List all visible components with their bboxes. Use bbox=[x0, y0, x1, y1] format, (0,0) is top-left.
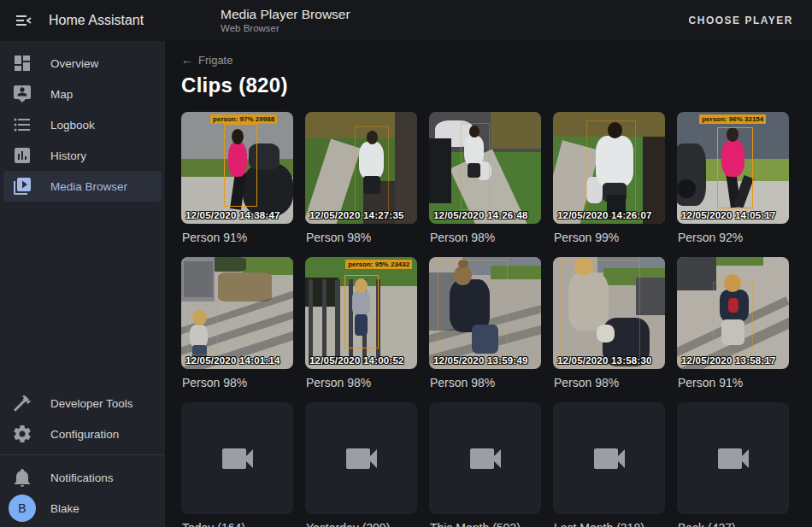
sidebar: OverviewMapLogbookHistoryMedia Browser D… bbox=[0, 41, 165, 527]
detection-label: person: 97% 29988 bbox=[210, 114, 277, 124]
sidebar-toggle-icon[interactable] bbox=[14, 10, 34, 31]
detection-bbox bbox=[344, 275, 380, 348]
clip-timestamp: 12/05/2020 14:26:07 bbox=[557, 210, 652, 220]
sidebar-item-logbook[interactable]: Logbook bbox=[3, 109, 162, 140]
breadcrumb-label: Frigate bbox=[198, 54, 232, 67]
sidebar-item-label: Configuration bbox=[50, 428, 119, 441]
appbar-left: Home Assistant bbox=[0, 10, 165, 31]
detection-bbox bbox=[438, 260, 507, 366]
clip-cell: 12/05/2020 13:58:17Person 91% bbox=[677, 257, 789, 402]
sidebar-item-label: Map bbox=[50, 88, 73, 101]
folder-tile[interactable] bbox=[553, 402, 665, 514]
clip-thumbnail[interactable]: 12/05/2020 14:01:14 bbox=[181, 257, 293, 369]
folder-caption: Today (164) bbox=[182, 521, 293, 527]
clip-timestamp: 12/05/2020 14:26:48 bbox=[433, 210, 528, 220]
folder-cell: Last Month (318) bbox=[553, 402, 665, 527]
detection-bbox bbox=[461, 123, 490, 210]
folder-cell: This Month (502) bbox=[429, 402, 541, 527]
detection-label: person: 95% 23432 bbox=[345, 260, 412, 269]
clip-thumbnail[interactable]: person: 96% 3215412/05/2020 14:05:17 bbox=[677, 112, 789, 224]
scene-shape bbox=[335, 279, 339, 365]
clip-caption: Person 98% bbox=[182, 376, 293, 389]
clip-timestamp: 12/05/2020 14:27:35 bbox=[309, 210, 404, 220]
folder-tile[interactable] bbox=[677, 402, 789, 514]
clip-timestamp: 12/05/2020 14:05:17 bbox=[681, 210, 776, 220]
media-grid: person: 97% 2998812/05/2020 14:38:47Pers… bbox=[181, 112, 812, 527]
user-name: Blake bbox=[50, 502, 79, 515]
clip-cell: 12/05/2020 14:01:14Person 98% bbox=[181, 257, 293, 402]
detection-bbox bbox=[586, 120, 636, 217]
clip-caption: Person 98% bbox=[554, 376, 665, 389]
app-title: Home Assistant bbox=[49, 13, 144, 28]
detection-label: person: 96% 32154 bbox=[699, 114, 766, 124]
scene-shape bbox=[210, 257, 246, 272]
breadcrumb-back[interactable]: ← Frigate bbox=[181, 53, 812, 67]
clip-timestamp: 12/05/2020 14:00:52 bbox=[309, 355, 404, 366]
clip-thumbnail[interactable]: 12/05/2020 14:27:35 bbox=[305, 112, 417, 224]
sidebar-item-media-browser[interactable]: Media Browser bbox=[3, 171, 162, 202]
hammer-icon bbox=[12, 393, 32, 413]
folder-tile[interactable] bbox=[181, 402, 293, 514]
play-box-multiple-icon bbox=[12, 176, 32, 196]
clip-caption: Person 98% bbox=[306, 376, 417, 389]
clip-timestamp: 12/05/2020 14:01:14 bbox=[185, 355, 280, 366]
app-header: Home Assistant Media Player Browser Web … bbox=[0, 0, 812, 41]
folder-caption: This Month (502) bbox=[430, 521, 541, 527]
clip-caption: Person 98% bbox=[306, 231, 417, 244]
folder-cell: Yesterday (209) bbox=[305, 402, 417, 527]
clip-timestamp: 12/05/2020 13:58:30 bbox=[557, 355, 652, 366]
folder-tile[interactable] bbox=[429, 402, 541, 514]
clip-thumbnail[interactable]: 12/05/2020 13:59:49 bbox=[429, 257, 541, 369]
gear-icon bbox=[12, 424, 32, 444]
view-dashboard-icon bbox=[12, 53, 32, 73]
scene-shape bbox=[184, 261, 213, 297]
clip-timestamp: 12/05/2020 14:38:47 bbox=[185, 210, 280, 220]
sidebar-item-overview[interactable]: Overview bbox=[3, 48, 162, 79]
sidebar-item-label: Media Browser bbox=[50, 180, 127, 193]
clip-cell: person: 96% 3215412/05/2020 14:05:17Pers… bbox=[677, 112, 789, 257]
back-arrow-icon: ← bbox=[181, 53, 193, 67]
sidebar-item-user[interactable]: B Blake bbox=[3, 493, 162, 524]
page-title: Clips (820) bbox=[181, 73, 812, 97]
sidebar-spacer bbox=[0, 202, 165, 381]
video-icon bbox=[465, 438, 506, 479]
detection-bbox bbox=[187, 305, 219, 355]
scene-shape bbox=[322, 279, 327, 365]
sidebar-divider bbox=[0, 454, 165, 455]
list-bulleted-icon bbox=[12, 114, 32, 135]
sidebar-item-map[interactable]: Map bbox=[3, 79, 162, 109]
clip-cell: 12/05/2020 13:59:49Person 98% bbox=[429, 257, 541, 402]
detection-bbox bbox=[355, 126, 390, 216]
clip-cell: 12/05/2020 13:58:30Person 98% bbox=[553, 257, 665, 402]
clip-thumbnail[interactable]: 12/05/2020 14:26:07 bbox=[553, 112, 665, 224]
bell-icon bbox=[12, 467, 32, 488]
video-icon bbox=[217, 438, 258, 479]
clip-thumbnail[interactable]: 12/05/2020 14:26:48 bbox=[429, 112, 541, 224]
scene-shape bbox=[677, 257, 716, 290]
clip-cell: person: 97% 2998812/05/2020 14:38:47Pers… bbox=[181, 112, 293, 257]
clip-thumbnail[interactable]: 12/05/2020 13:58:17 bbox=[677, 257, 789, 369]
clip-cell: 12/05/2020 14:26:48Person 98% bbox=[429, 112, 541, 257]
sidebar-item-history[interactable]: History bbox=[3, 140, 162, 171]
sidebar-item-notifications[interactable]: Notifications bbox=[3, 462, 162, 493]
choose-player-button[interactable]: CHOOSE PLAYER bbox=[682, 8, 800, 33]
scene-shape bbox=[218, 272, 272, 302]
clip-caption: Person 91% bbox=[678, 376, 789, 389]
sidebar-item-developer-tools[interactable]: Developer Tools bbox=[3, 388, 162, 419]
sidebar-item-label: Logbook bbox=[50, 119, 95, 132]
folder-caption: Last Month (318) bbox=[554, 521, 665, 527]
scene-shape bbox=[716, 257, 763, 266]
main-content: ← Frigate Clips (820) person: 97% 299881… bbox=[165, 41, 812, 527]
clip-caption: Person 98% bbox=[430, 376, 541, 389]
scene-shape bbox=[677, 179, 696, 198]
video-icon bbox=[589, 438, 630, 479]
sidebar-item-configuration[interactable]: Configuration bbox=[3, 419, 162, 449]
clip-cell: 12/05/2020 14:27:35Person 98% bbox=[305, 112, 417, 257]
clip-thumbnail[interactable]: person: 97% 2998812/05/2020 14:38:47 bbox=[181, 112, 293, 224]
clip-thumbnail[interactable]: 12/05/2020 13:58:30 bbox=[553, 257, 665, 369]
clip-thumbnail[interactable]: person: 95% 2343212/05/2020 14:00:52 bbox=[305, 257, 417, 369]
sidebar-item-label: Overview bbox=[50, 57, 98, 70]
folder-tile[interactable] bbox=[305, 402, 417, 514]
folder-cell: Today (164) bbox=[181, 402, 293, 527]
scene-shape bbox=[491, 112, 541, 149]
